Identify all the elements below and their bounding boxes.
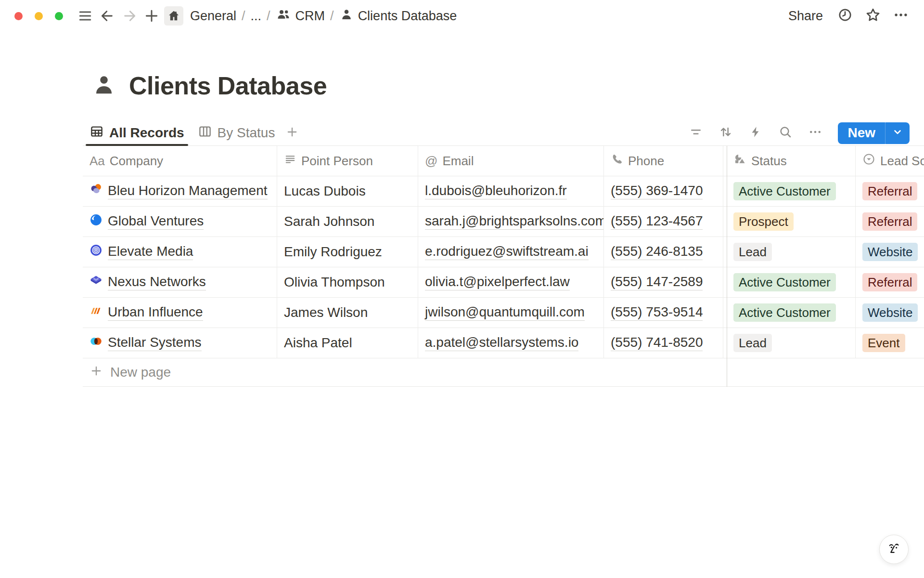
breadcrumb-root[interactable]: General	[188, 9, 238, 24]
page-title[interactable]: Clients Database	[129, 71, 327, 100]
point-person-cell[interactable]: Lucas Dubois	[277, 176, 418, 207]
column-header-point-person[interactable]: Point Person	[277, 146, 418, 176]
breadcrumb-separator: /	[238, 9, 249, 24]
plus-icon	[285, 125, 299, 141]
point-person-cell[interactable]: Emily Rodriguez	[277, 237, 418, 267]
lead-source-cell[interactable]: Referral	[856, 267, 924, 298]
status-badge: Active Customer	[733, 303, 836, 322]
email-link[interactable]: l.dubois@bleuhorizon.fr	[425, 183, 567, 199]
email-link[interactable]: olivia.t@pixelperfect.law	[425, 274, 570, 290]
phone-cell[interactable]: (555) 123-4567	[604, 207, 723, 237]
history-button[interactable]	[834, 5, 856, 26]
phone-link[interactable]: (555) 741-8520	[611, 335, 703, 351]
breadcrumb-current-page[interactable]: Clients Database	[337, 7, 459, 25]
column-header-status[interactable]: Status	[727, 146, 856, 176]
lead-source-cell[interactable]: Event	[856, 328, 924, 358]
phone-link[interactable]: (555) 753-9514	[611, 304, 703, 321]
email-cell[interactable]: olivia.t@pixelperfect.law	[418, 267, 604, 298]
tab-all-records[interactable]: All Records	[83, 120, 191, 145]
new-tab-button[interactable]	[142, 6, 161, 26]
email-link[interactable]: e.rodriguez@swiftstream.ai	[425, 244, 589, 260]
column-header-company[interactable]: Aa Company	[83, 146, 277, 176]
lead-source-cell[interactable]: Website	[856, 298, 924, 328]
company-page-link[interactable]: Bleu Horizon Management	[108, 183, 268, 199]
sort-button[interactable]	[716, 123, 736, 143]
search-view-button[interactable]	[775, 123, 796, 143]
point-person-value: Emily Rodriguez	[284, 244, 382, 260]
company-page-link[interactable]: Elevate Media	[108, 244, 193, 260]
home-button[interactable]	[164, 6, 183, 26]
email-cell[interactable]: sarah.j@brightsparksolns.com	[418, 207, 604, 237]
status-cell[interactable]: Active Customer	[727, 267, 856, 298]
phone-link[interactable]: (555) 369-1470	[611, 183, 703, 199]
point-person-cell[interactable]: Sarah Johnson	[277, 207, 418, 237]
lead-source-cell[interactable]: Referral	[856, 176, 924, 207]
lead-source-cell[interactable]: Website	[856, 237, 924, 267]
share-button[interactable]: Share	[783, 7, 828, 26]
view-more-button[interactable]	[805, 123, 825, 143]
sidebar-toggle-button[interactable]	[76, 6, 95, 26]
notion-ai-button[interactable]	[879, 535, 909, 564]
email-cell[interactable]: l.dubois@bleuhorizon.fr	[418, 176, 604, 207]
status-cell[interactable]: Active Customer	[727, 298, 856, 328]
close-window-button[interactable]	[14, 12, 23, 20]
status-badge: Lead	[733, 243, 772, 262]
email-link[interactable]: sarah.j@brightsparksolns.com	[425, 213, 604, 230]
zoom-window-button[interactable]	[55, 12, 63, 20]
more-options-button[interactable]	[890, 5, 911, 26]
new-record-button[interactable]: New	[838, 122, 885, 144]
company-cell[interactable]: Urban Influence	[83, 298, 277, 328]
minimize-window-button[interactable]	[35, 12, 43, 20]
point-person-cell[interactable]: James Wilson	[277, 298, 418, 328]
nav-back-button[interactable]	[98, 6, 117, 26]
email-cell[interactable]: a.patel@stellarsystems.io	[418, 328, 604, 358]
status-cell[interactable]: Active Customer	[727, 176, 856, 207]
page-person-icon[interactable]	[91, 72, 116, 99]
column-header-email[interactable]: @ Email	[418, 146, 604, 176]
phone-cell[interactable]: (555) 741-8520	[604, 328, 723, 358]
email-link[interactable]: a.patel@stellarsystems.io	[425, 335, 578, 351]
text-title-icon: Aa	[90, 154, 105, 169]
company-page-link[interactable]: Urban Influence	[108, 304, 203, 321]
automations-button[interactable]	[745, 123, 766, 143]
status-cell[interactable]: Prospect	[727, 207, 856, 237]
point-person-cell[interactable]: Olivia Thompson	[277, 267, 418, 298]
add-view-button[interactable]	[282, 122, 303, 144]
company-page-link[interactable]: Stellar Systems	[108, 335, 202, 351]
phone-cell[interactable]: (555) 246-8135	[604, 237, 723, 267]
email-cell[interactable]: e.rodriguez@swiftstream.ai	[418, 237, 604, 267]
phone-link[interactable]: (555) 123-4567	[611, 213, 703, 230]
global-ventures-logo	[90, 213, 103, 230]
company-page-link[interactable]: Global Ventures	[108, 213, 204, 230]
company-cell[interactable]: Nexus Networks	[83, 267, 277, 298]
phone-cell[interactable]: (555) 369-1470	[604, 176, 723, 207]
favorite-button[interactable]	[862, 5, 884, 26]
company-cell[interactable]: Stellar Systems	[83, 328, 277, 358]
breadcrumb-team-crm[interactable]: CRM	[274, 7, 327, 26]
column-gap	[723, 146, 727, 176]
status-cell[interactable]: Lead	[727, 237, 856, 267]
company-cell[interactable]: Global Ventures	[83, 207, 277, 237]
column-label: Company	[110, 154, 163, 169]
tab-by-status[interactable]: By Status	[191, 120, 282, 145]
company-cell[interactable]: Elevate Media	[83, 237, 277, 267]
phone-link[interactable]: (555) 246-8135	[611, 244, 703, 260]
lead-source-cell[interactable]: Referral	[856, 207, 924, 237]
email-link[interactable]: jwilson@quantumquill.com	[425, 304, 585, 321]
status-badge: Prospect	[733, 212, 794, 231]
company-page-link[interactable]: Nexus Networks	[108, 274, 206, 290]
email-cell[interactable]: jwilson@quantumquill.com	[418, 298, 604, 328]
new-page-row[interactable]: New page	[83, 358, 924, 387]
company-cell[interactable]: Bleu Horizon Management	[83, 176, 277, 207]
column-header-phone[interactable]: Phone	[604, 146, 723, 176]
status-cell[interactable]: Lead	[727, 328, 856, 358]
phone-cell[interactable]: (555) 753-9514	[604, 298, 723, 328]
column-header-lead-source[interactable]: Lead Source	[856, 146, 924, 176]
point-person-cell[interactable]: Aisha Patel	[277, 328, 418, 358]
new-record-dropdown-button[interactable]	[885, 122, 910, 144]
nav-forward-button[interactable]	[120, 6, 139, 26]
breadcrumb-collapsed[interactable]: ...	[249, 9, 264, 24]
filter-button[interactable]	[686, 123, 706, 143]
phone-cell[interactable]: (555) 147-2589	[604, 267, 723, 298]
phone-link[interactable]: (555) 147-2589	[611, 274, 703, 290]
